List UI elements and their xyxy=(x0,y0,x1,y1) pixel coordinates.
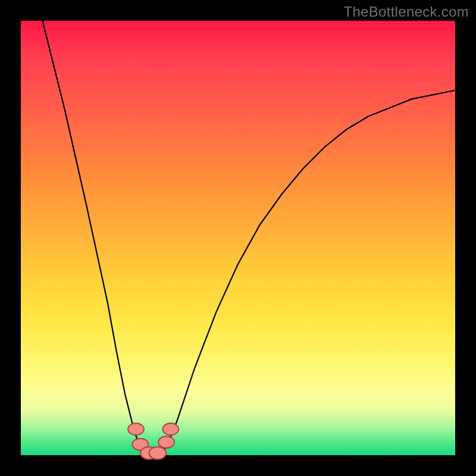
chart-frame: TheBottleneck.com xyxy=(0,0,476,476)
bottom-bean-2 xyxy=(149,447,167,459)
marker-group xyxy=(128,423,178,459)
plot-area xyxy=(21,21,455,455)
bottleneck-curve xyxy=(43,21,456,455)
watermark-text: TheBottleneck.com xyxy=(343,4,469,20)
left-top-bean xyxy=(128,423,144,435)
right-top-bean xyxy=(162,423,178,435)
right-mid-bean xyxy=(158,436,174,448)
chart-svg xyxy=(21,21,455,455)
